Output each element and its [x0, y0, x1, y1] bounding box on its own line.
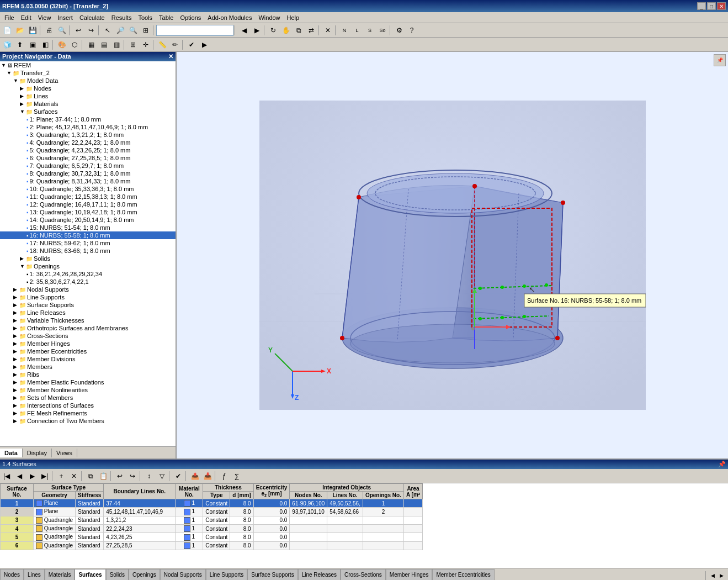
cell-thickness-type[interactable]: Constant [203, 516, 230, 524]
node-btn[interactable]: N [338, 24, 350, 36]
cell-stiffness[interactable]: Standard [76, 508, 104, 516]
render-button[interactable]: 🎨 [56, 39, 68, 51]
tree-surface-18[interactable]: ▪ 18: NURBS; 63-66; 1; 8.0 mm [0, 247, 176, 255]
tree-sets-of-members[interactable]: ▶ 📁 Sets of Members [0, 394, 176, 402]
tree-surface-8[interactable]: ▪ 8: Quadrangle; 30,7,32,31; 1; 8.0 mm [0, 170, 176, 177]
cell-stiffness[interactable]: Standard [76, 525, 104, 533]
cell-thickness-type[interactable]: Constant [203, 499, 230, 508]
zoom-in-button[interactable]: 🔎 [114, 24, 126, 36]
tree-lines[interactable]: ▶ 📁 Lines [0, 92, 176, 100]
table-formula2-button[interactable]: ∑ [231, 470, 243, 482]
line-btn[interactable]: L [351, 24, 363, 36]
cell-geometry[interactable]: Plane [34, 508, 76, 516]
table-redo-button[interactable]: ↪ [126, 470, 139, 482]
tree-nodes[interactable]: ▶ 📁 Nodes [0, 85, 176, 92]
expand-member-elastic[interactable]: ▶ [13, 379, 19, 385]
tree-surface-15[interactable]: ▪ 15: NURBS; 51-54; 1; 8.0 mm [0, 224, 176, 231]
expand-member-nonlin[interactable]: ▶ [13, 387, 19, 393]
cell-boundary[interactable]: 4,23,26,25 [104, 533, 176, 541]
maximize-button[interactable]: □ [707, 2, 716, 10]
tree-solids[interactable]: ▶ 📁 Solids [0, 255, 176, 262]
tree-intersections-of-surfaces[interactable]: ▶ 📁 Intersections of Surfaces [0, 402, 176, 409]
table-row[interactable]: 4 Quadrangle Standard 22,2,24,23 1 Const… [1, 525, 423, 533]
tree-members[interactable]: ▶ 📁 Members [0, 363, 176, 371]
cell-geometry[interactable]: Plane [34, 499, 76, 508]
cell-ecc[interactable]: 0.0 [253, 533, 290, 541]
close-button[interactable]: ✕ [717, 2, 726, 10]
tree-opening-2[interactable]: ▪ 2: 35,8,30,6,27,4,22,1 [0, 278, 176, 286]
tree-cross-sections[interactable]: ▶ 📁 Cross-Sections [0, 332, 176, 340]
menu-results[interactable]: Results [108, 13, 135, 22]
expand-surfaces[interactable]: ▼ [20, 109, 25, 114]
tree-member-eccentricities[interactable]: ▶ 📁 Member Eccentricities [0, 347, 176, 355]
new-button[interactable]: 📄 [1, 24, 13, 36]
viewport-pin-button[interactable]: 📌 [714, 54, 726, 66]
tree-model-data[interactable]: ▼ 📁 Model Data [0, 77, 176, 85]
menu-calculate[interactable]: Calculate [76, 13, 108, 22]
table-row[interactable]: 6 Quadrangle Standard 27,25,28,5 1 Const… [1, 541, 423, 550]
table-pin-icon[interactable]: 📌 [718, 461, 726, 468]
view3d-button[interactable]: 🧊 [1, 39, 13, 51]
cell-mat[interactable]: 1 [176, 525, 203, 533]
cell-d[interactable]: 8.0 [230, 541, 253, 550]
expand-nodes[interactable]: ▶ [20, 86, 25, 91]
view-front-button[interactable]: ▣ [26, 39, 39, 51]
undo-button[interactable]: ↩ [72, 24, 84, 36]
help-icon-button[interactable]: ? [406, 24, 418, 36]
table-sort-button[interactable]: ↕ [143, 470, 155, 482]
tree-root-rfem[interactable]: ▼ 🖥 RFEM [0, 61, 176, 69]
axis-button[interactable]: ✛ [140, 39, 152, 51]
tree-surface-supports[interactable]: ▶ 📁 Surface Supports [0, 301, 176, 309]
table-undo-button[interactable]: ↩ [114, 470, 126, 482]
cell-boundary[interactable]: 22,2,24,23 [104, 525, 176, 533]
expand-sets-of-members[interactable]: ▶ [13, 395, 19, 400]
tab-line-releases[interactable]: Line Releases [298, 569, 341, 580]
cell-openings[interactable]: 2 [363, 508, 403, 516]
mirror-button[interactable]: ⇄ [305, 24, 317, 36]
expand-openings[interactable]: ▼ [20, 263, 25, 269]
display-mode1[interactable]: ▦ [85, 39, 97, 51]
cell-d[interactable]: 8.0 [230, 533, 253, 541]
nav-close-icon[interactable]: ✕ [168, 53, 173, 60]
menu-view[interactable]: View [35, 13, 55, 22]
save-button[interactable]: 💾 [26, 24, 39, 36]
tab-surface-supports[interactable]: Surface Supports [247, 569, 297, 580]
cell-boundary[interactable]: 1,3,21,2 [104, 516, 176, 524]
display-mode3[interactable]: ▥ [110, 39, 123, 51]
cell-ecc[interactable]: 0.0 [253, 516, 290, 524]
calc-button[interactable]: ▶ [198, 39, 210, 51]
tab-nodal-supports[interactable]: Nodal Supports [160, 569, 206, 580]
menu-tools[interactable]: Tools [135, 13, 156, 22]
cell-geometry[interactable]: Quadrangle [34, 533, 76, 541]
cell-mat[interactable]: 1 [176, 541, 203, 550]
table-row[interactable]: 3 Quadrangle Standard 1,3,21,2 1 Constan… [1, 516, 423, 524]
cell-boundary[interactable]: 45,12,48,11,47,10,46,9 [104, 508, 176, 516]
tab-nodes[interactable]: Nodes [0, 569, 24, 580]
expand-rfem[interactable]: ▼ [1, 62, 7, 68]
expand-cross-sections[interactable]: ▶ [13, 333, 19, 339]
measure-button[interactable]: 📏 [156, 39, 168, 51]
tab-openings[interactable]: Openings [129, 569, 160, 580]
tab-scroll-left[interactable]: ◀ [708, 571, 717, 580]
expand-nodal-supports[interactable]: ▶ [13, 287, 19, 292]
cell-thickness-type[interactable]: Constant [203, 533, 230, 541]
tree-surface-14[interactable]: ▪ 14: Quadrangle; 20,50,14,9; 1; 8.0 mm [0, 216, 176, 224]
table-row[interactable]: 1 Plane Standard 37-44 1 Constant 8.0 0.… [1, 499, 423, 508]
wireframe-button[interactable]: ⬡ [68, 39, 81, 51]
tree-surface-6[interactable]: ▪ 6: Quadrangle; 27,25,28,5; 1; 8.0 mm [0, 154, 176, 162]
settings-button[interactable]: ⚙ [393, 24, 405, 36]
table-row[interactable]: 2 Plane Standard 45,12,48,11,47,10,46,9 … [1, 508, 423, 516]
expand-surface-supports[interactable]: ▶ [13, 302, 19, 308]
zoom-all-button[interactable]: ⊞ [140, 24, 152, 36]
cell-stiffness[interactable]: Standard [76, 499, 104, 508]
cell-d[interactable]: 8.0 [230, 516, 253, 524]
expand-var-thick[interactable]: ▶ [13, 318, 19, 323]
cell-mat[interactable]: 1 [176, 533, 203, 541]
display-mode2[interactable]: ▤ [98, 39, 110, 51]
tree-surfaces[interactable]: ▼ 📁 Surfaces [0, 108, 176, 115]
cell-ecc[interactable]: 0.0 [253, 508, 290, 516]
select-button[interactable]: ↖ [102, 24, 114, 36]
nav-tab-data[interactable]: Data [0, 449, 23, 457]
expand-fe-mesh[interactable]: ▶ [13, 410, 19, 416]
menu-help[interactable]: Help [284, 13, 303, 22]
